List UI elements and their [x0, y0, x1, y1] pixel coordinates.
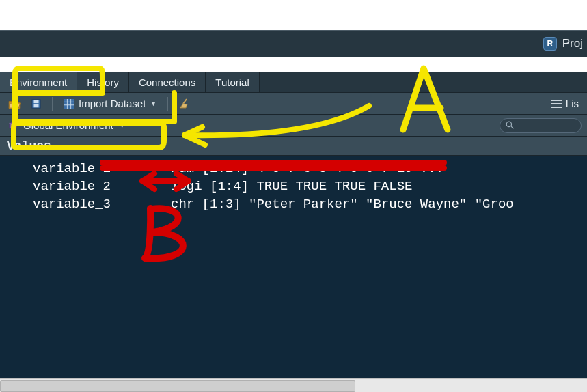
tab-label: History — [87, 76, 119, 88]
svg-rect-3 — [64, 99, 74, 109]
tab-connections[interactable]: Connections — [129, 72, 206, 92]
chevron-down-icon: ▼ — [119, 122, 126, 129]
floppy-disk-icon — [31, 99, 41, 109]
svg-rect-2 — [34, 104, 39, 107]
list-icon — [551, 100, 562, 108]
tab-label: Environment — [10, 76, 67, 88]
horizontal-scrollbar[interactable] — [0, 378, 587, 392]
open-button[interactable] — [5, 98, 23, 110]
view-mode-button[interactable]: Lis — [548, 96, 582, 111]
scope-selector[interactable]: Global Environment ▼ — [5, 118, 128, 132]
scope-label: Global Environment — [23, 120, 113, 131]
scope-bar: Global Environment ▼ — [0, 115, 587, 137]
section-header-values: Values — [0, 137, 587, 156]
environment-body: variable_1 num [1:14] 4 5 7 6 5 4 5 6 7 … — [0, 156, 587, 378]
variable-value: num [1:14] 4 5 7 6 5 4 5 6 7 10 ... — [171, 161, 587, 176]
svg-rect-1 — [34, 100, 39, 102]
tab-bar: Environment History Connections Tutorial — [0, 72, 587, 93]
svg-line-8 — [183, 99, 187, 104]
tab-environment[interactable]: Environment — [0, 72, 77, 92]
variable-name: variable_1 — [0, 161, 171, 176]
variable-value: logi [1:4] TRUE TRUE TRUE FALSE — [171, 179, 587, 194]
view-mode-label: Lis — [566, 98, 579, 109]
tab-label: Connections — [139, 76, 195, 88]
package-icon — [8, 121, 18, 130]
import-dataset-label: Import Dataset — [79, 98, 146, 109]
svg-line-10 — [511, 126, 513, 128]
top-blank — [0, 0, 587, 30]
chevron-down-icon: ▼ — [150, 100, 156, 107]
tab-bar-rest — [260, 72, 587, 92]
variable-row[interactable]: variable_3 chr [1:3] "Peter Parker" "Bru… — [0, 195, 587, 213]
tab-tutorial[interactable]: Tutorial — [206, 72, 259, 92]
search-icon — [506, 121, 515, 130]
tab-history[interactable]: History — [77, 72, 129, 92]
environment-panel: Environment History Connections Tutorial — [0, 72, 587, 392]
project-bar: R Proj — [0, 30, 587, 57]
r-logo-icon: R — [543, 37, 557, 51]
scrollbar-thumb[interactable] — [0, 380, 355, 392]
gap — [0, 57, 587, 72]
variable-row[interactable]: variable_2 logi [1:4] TRUE TRUE TRUE FAL… — [0, 178, 587, 195]
grid-icon — [64, 99, 74, 109]
broom-icon — [179, 98, 190, 109]
svg-point-9 — [506, 122, 511, 126]
toolbar-separator — [52, 97, 53, 111]
clear-button[interactable] — [176, 97, 193, 111]
variable-value: chr [1:3] "Peter Parker" "Bruce Wayne" "… — [171, 197, 587, 212]
toolbar-separator — [167, 97, 168, 111]
import-dataset-button[interactable]: Import Dataset ▼ — [61, 96, 159, 111]
tab-label: Tutorial — [215, 76, 249, 88]
project-label[interactable]: Proj — [562, 37, 583, 51]
search-input[interactable] — [500, 118, 582, 133]
folder-open-icon — [8, 99, 21, 109]
variable-name: variable_2 — [0, 179, 171, 194]
save-button[interactable] — [29, 98, 44, 110]
section-header-label: Values — [7, 139, 51, 153]
toolbar: Import Dataset ▼ Lis — [0, 93, 587, 115]
variable-row[interactable]: variable_1 num [1:14] 4 5 7 6 5 4 5 6 7 … — [0, 160, 587, 178]
variable-name: variable_3 — [0, 197, 171, 212]
